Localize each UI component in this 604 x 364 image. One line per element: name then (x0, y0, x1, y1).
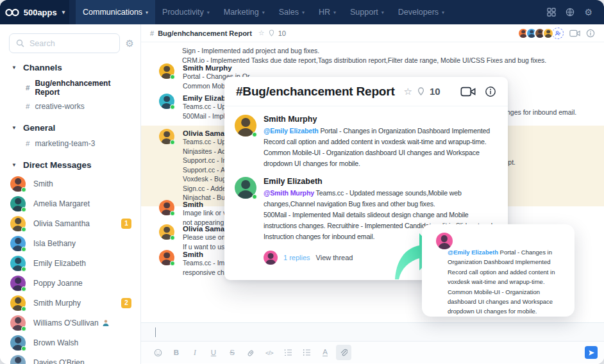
hash-icon: # (150, 29, 154, 37)
pinned-count: 10 (278, 29, 286, 37)
replies-count[interactable]: 1 replies (283, 254, 310, 261)
unread-badge: 2 (121, 298, 131, 308)
dm-item-olivia-samantha[interactable]: Olivia Samantha 1 (0, 213, 140, 233)
brand-name: 500apps (24, 8, 57, 17)
dm-item-amelia-margaret[interactable]: Amelia Margaret (0, 194, 140, 213)
sidebar-channel-creative-works[interactable]: # creative-works (0, 99, 140, 113)
video-call-icon[interactable] (569, 29, 580, 37)
text-color-button[interactable]: A (317, 345, 333, 360)
avatar (10, 315, 26, 331)
avatar (10, 276, 26, 291)
sidebar-channel-marketing-team-3[interactable]: # marketing-team-3 (0, 136, 140, 151)
avatar (159, 224, 174, 240)
avatar (159, 129, 174, 144)
sidebar-channel-bug-report[interactable]: # Bug/enhchancement Report (0, 76, 140, 99)
direct-messages-section-header[interactable]: ▼ Direct Messages (12, 160, 130, 170)
channels-section-header[interactable]: ▼ Channels (12, 63, 130, 72)
online-dot (170, 104, 175, 110)
code-button[interactable]: </> (262, 345, 277, 360)
menu-communications[interactable]: Communications▾ (76, 0, 155, 24)
top-menu: Communications▾ Productivity▾ Marketing▾… (76, 0, 451, 24)
tooltip-text: @Emily Elizabeth Portal - Changes in Org… (448, 247, 566, 317)
avatar (10, 236, 26, 251)
dm-item-emily-elizabeth[interactable]: Emily Elizabeth (0, 253, 140, 273)
collapse-triangle-icon: ▼ (12, 125, 17, 131)
message-fragment: nges for inbound email. (507, 108, 576, 116)
avatar (10, 216, 26, 231)
pin-icon[interactable] (269, 29, 274, 37)
emoji-button[interactable] (150, 345, 165, 360)
chevron-down-icon: ▾ (146, 10, 148, 15)
mention-link[interactable]: @Emily Elizabeth (264, 127, 319, 135)
sidebar-settings-gear-icon[interactable]: ⚙ (126, 38, 134, 49)
info-icon[interactable] (485, 86, 496, 97)
general-section-header[interactable]: ▼ General (12, 123, 130, 133)
mention-link[interactable]: @Emily Elizabeth (448, 249, 498, 256)
dm-item-poppy-joanne[interactable]: Poppy Joanne (0, 273, 140, 293)
dm-item-davies-obrien[interactable]: Davies O'Brien (0, 352, 140, 364)
dm-item-smith[interactable]: Smith (0, 174, 140, 194)
chevron-down-icon: ▾ (382, 10, 384, 15)
online-dot (170, 74, 175, 79)
menu-productivity[interactable]: Productivity▾ (155, 0, 217, 24)
attachment-button[interactable] (336, 345, 351, 360)
dm-item-williams-osullivan[interactable]: Williams O'Sullivan (0, 313, 140, 333)
online-dot (252, 194, 257, 199)
avatar (436, 233, 453, 249)
avatar (10, 196, 26, 211)
search-icon (16, 39, 24, 47)
bullet-list-button[interactable] (299, 345, 314, 360)
send-button[interactable] (585, 346, 598, 359)
link-button[interactable] (243, 345, 258, 360)
collapse-triangle-icon: ▼ (12, 65, 17, 70)
modal-header: #Bug/enchancement Report ☆ 10 (224, 77, 508, 106)
search-input[interactable]: Search (9, 33, 120, 53)
star-icon[interactable]: ☆ (404, 86, 412, 97)
menu-marketing[interactable]: Marketing▾ (217, 0, 272, 24)
avatar (10, 355, 26, 364)
bold-button[interactable]: B (169, 345, 184, 360)
unread-badge: 1 (121, 219, 131, 229)
message-composer: B I U S </> A (141, 322, 604, 364)
app-window: 500apps ▾ Communications▾ Productivity▾ … (0, 0, 604, 364)
video-call-icon[interactable] (460, 87, 476, 97)
avatar (10, 256, 26, 271)
dm-item-isla-bethany[interactable]: Isla Bethany (0, 233, 140, 253)
online-dot (21, 286, 26, 292)
online-dot (170, 211, 175, 216)
ordered-list-button[interactable] (280, 345, 296, 360)
formatting-toolbar: B I U S </> A (141, 342, 604, 363)
online-dot (21, 346, 26, 351)
dm-item-smith-murphy[interactable]: Smith Murphy 2 (0, 293, 140, 313)
menu-support[interactable]: Support▾ (343, 0, 391, 24)
italic-button[interactable]: I (187, 345, 203, 360)
dm-item-brown-walsh[interactable]: Brown Walsh (0, 333, 140, 352)
menu-sales[interactable]: Sales▾ (272, 0, 312, 24)
mention-link[interactable]: @Smith Murphy (264, 189, 314, 197)
online-dot (170, 261, 175, 266)
strikethrough-button[interactable]: S (224, 345, 240, 360)
chevron-down-icon: ▾ (333, 10, 336, 15)
underline-button[interactable]: U (206, 345, 221, 360)
avatar (10, 176, 26, 192)
globe-icon[interactable] (566, 8, 575, 17)
avatar (159, 250, 174, 265)
modal-message-smith-murphy: Smith Murphy @Emily Elizabeth Portal - C… (235, 115, 499, 170)
chevron-down-icon: ▾ (62, 9, 65, 15)
message-input[interactable] (141, 322, 604, 342)
avatar (264, 251, 278, 265)
brand-logo[interactable]: 500apps ▾ (0, 0, 69, 24)
view-thread-link[interactable]: View thread (316, 254, 353, 261)
online-dot (21, 187, 26, 192)
settings-gear-icon[interactable]: ⚙ (584, 8, 592, 17)
info-icon[interactable] (586, 29, 595, 38)
star-icon[interactable]: ☆ (258, 29, 265, 37)
message-author: Smith Murphy (264, 115, 499, 124)
member-avatars[interactable] (517, 28, 564, 39)
menu-hr[interactable]: HR▾ (312, 0, 343, 24)
menu-developers[interactable]: Developers▾ (391, 0, 451, 24)
online-dot (252, 132, 257, 137)
online-dot (170, 140, 175, 145)
apps-grid-icon[interactable] (547, 8, 556, 17)
pin-icon[interactable] (417, 87, 424, 95)
